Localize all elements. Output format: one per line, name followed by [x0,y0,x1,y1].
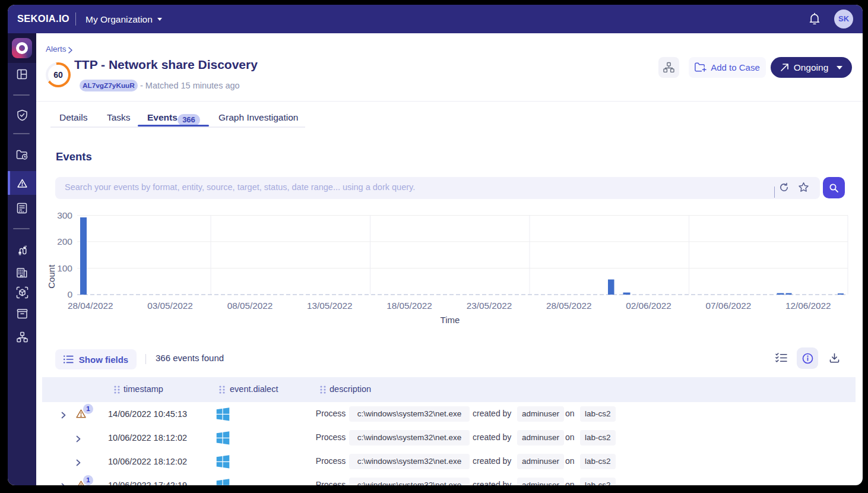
svg-text:08/05/2022: 08/05/2022 [227,301,273,311]
svg-text:28/05/2022: 28/05/2022 [546,301,592,311]
svg-text:13/05/2022: 13/05/2022 [307,301,353,311]
svg-text:300: 300 [57,210,72,220]
svg-text:Time: Time [441,315,460,325]
svg-text:28/04/2022: 28/04/2022 [68,301,113,311]
svg-text:0: 0 [67,289,72,299]
svg-text:18/05/2022: 18/05/2022 [387,301,432,311]
svg-text:12/06/2022: 12/06/2022 [785,301,831,311]
svg-text:03/05/2022: 03/05/2022 [147,301,193,311]
svg-text:200: 200 [57,236,72,246]
svg-text:100: 100 [57,263,72,273]
svg-text:02/06/2022: 02/06/2022 [626,301,671,311]
svg-text:23/05/2022: 23/05/2022 [467,301,512,311]
svg-text:Count: Count [46,264,56,289]
svg-text:07/06/2022: 07/06/2022 [706,301,752,311]
